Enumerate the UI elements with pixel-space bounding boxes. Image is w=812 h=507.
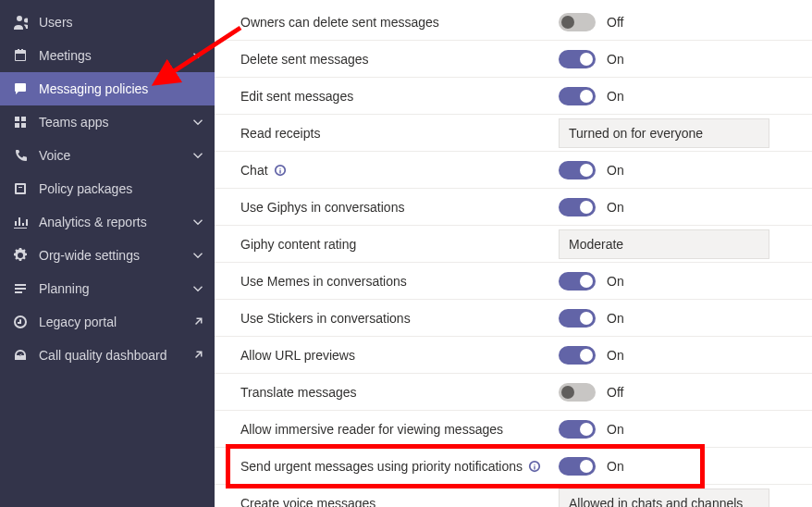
setting-label: Allow URL previews	[240, 348, 559, 363]
setting-control: On	[559, 50, 786, 68]
setting-row: Use Stickers in conversationsOn	[215, 300, 812, 337]
external-link-icon	[192, 316, 203, 328]
setting-label-text: Translate messages	[240, 385, 357, 400]
sidebar-item-label: Org-wide settings	[39, 248, 192, 263]
toggle-switch[interactable]	[559, 457, 596, 476]
toggle-state-text: On	[607, 163, 624, 178]
toggle-state-text: Off	[607, 15, 623, 30]
setting-label-text: Giphy content rating	[240, 237, 356, 252]
setting-label-text: Use Stickers in conversations	[240, 311, 411, 326]
toggle-state-text: Off	[607, 385, 623, 400]
sidebar-item-org-wide-settings[interactable]: Org-wide settings	[0, 239, 215, 272]
sidebar-item-legacy-portal[interactable]: Legacy portal	[0, 305, 215, 339]
setting-label: Giphy content rating	[240, 237, 559, 252]
setting-label-text: Chat	[240, 163, 268, 178]
toggle-switch[interactable]	[559, 309, 596, 328]
setting-label: Read receipts	[240, 126, 559, 141]
toggle-state-text: On	[607, 200, 624, 215]
toggle-switch[interactable]	[559, 50, 596, 68]
toggle-switch[interactable]	[559, 272, 596, 291]
select-value: Moderate	[569, 237, 623, 252]
setting-control: On	[559, 309, 786, 328]
calendar-icon	[13, 48, 28, 63]
sidebar-item-label: Teams apps	[39, 115, 192, 130]
sidebar-item-label: Users	[39, 15, 203, 30]
setting-label: Use Giphys in conversations	[240, 200, 559, 215]
sidebar-item-meetings[interactable]: Meetings	[0, 39, 215, 72]
chevron-down-icon	[192, 216, 203, 228]
setting-control: On	[559, 420, 786, 439]
setting-label: Create voice messages	[240, 496, 559, 508]
sidebar-item-analytics-reports[interactable]: Analytics & reports	[0, 205, 215, 239]
setting-row: Read receiptsTurned on for everyone	[215, 115, 812, 152]
setting-row: Allow immersive reader for viewing messa…	[215, 411, 812, 448]
setting-label: Chat	[240, 163, 559, 178]
setting-label-text: Read receipts	[240, 126, 320, 141]
setting-control: On	[559, 198, 786, 216]
toggle-switch[interactable]	[559, 346, 596, 365]
setting-control: Off	[559, 13, 786, 31]
sidebar-item-label: Analytics & reports	[39, 215, 192, 229]
sidebar-item-call-quality-dashboard[interactable]: Call quality dashboard	[0, 339, 215, 372]
setting-control: On	[559, 161, 786, 179]
setting-control: On	[559, 346, 786, 365]
sidebar-item-label: Legacy portal	[39, 315, 187, 329]
setting-label: Use Stickers in conversations	[240, 311, 559, 326]
info-icon	[274, 164, 287, 177]
setting-row: Create voice messagesAllowed in chats an…	[215, 485, 812, 507]
analytics-icon	[13, 215, 28, 229]
info-icon	[528, 460, 541, 473]
sidebar-item-messaging-policies[interactable]: Messaging policies	[0, 72, 215, 105]
setting-row: Allow URL previewsOn	[215, 337, 812, 374]
chat-icon	[13, 81, 28, 96]
setting-row: Translate messagesOff	[215, 374, 812, 411]
toggle-state-text: On	[607, 274, 624, 289]
toggle-state-text: On	[607, 348, 624, 363]
setting-label: Send urgent messages using priority noti…	[240, 459, 559, 474]
users-icon	[13, 15, 28, 30]
setting-label: Edit sent messages	[240, 89, 559, 104]
toggle-state-text: On	[607, 422, 624, 437]
setting-label-text: Allow immersive reader for viewing messa…	[240, 422, 503, 437]
sidebar-item-teams-apps[interactable]: Teams apps	[0, 105, 215, 139]
setting-label-text: Send urgent messages using priority noti…	[240, 459, 523, 474]
chevron-down-icon	[192, 283, 203, 294]
toggle-state-text: On	[607, 311, 624, 326]
setting-control: Moderate	[559, 229, 786, 259]
toggle-state-text: On	[607, 459, 624, 474]
toggle-state-text: On	[607, 89, 624, 104]
setting-row: Delete sent messagesOn	[215, 41, 812, 78]
sidebar-item-users[interactable]: Users	[0, 6, 215, 39]
setting-control: Off	[559, 383, 786, 402]
sidebar-item-policy-packages[interactable]: Policy packages	[0, 172, 215, 205]
setting-control: Allowed in chats and channels	[559, 488, 786, 508]
select-dropdown[interactable]: Allowed in chats and channels	[559, 488, 769, 508]
sidebar-item-voice[interactable]: Voice	[0, 139, 215, 172]
setting-control: On	[559, 457, 786, 476]
setting-label-text: Owners can delete sent messages	[240, 15, 439, 30]
toggle-switch[interactable]	[559, 161, 596, 179]
sidebar-item-label: Planning	[39, 281, 192, 296]
setting-label: Translate messages	[240, 385, 559, 400]
setting-row: Use Giphys in conversationsOn	[215, 189, 812, 226]
chevron-down-icon	[192, 50, 203, 61]
setting-label: Delete sent messages	[240, 52, 559, 67]
setting-row: Edit sent messagesOn	[215, 78, 812, 115]
sidebar-item-label: Policy packages	[39, 181, 203, 196]
select-dropdown[interactable]: Turned on for everyone	[559, 118, 769, 148]
sidebar-item-label: Call quality dashboard	[39, 348, 187, 363]
setting-row: ChatOn	[215, 152, 812, 189]
setting-label-text: Use Giphys in conversations	[240, 200, 404, 215]
toggle-switch[interactable]	[559, 87, 596, 105]
select-dropdown[interactable]: Moderate	[559, 229, 769, 259]
setting-label: Allow immersive reader for viewing messa…	[240, 422, 559, 437]
toggle-switch[interactable]	[559, 420, 596, 439]
setting-label-text: Delete sent messages	[240, 52, 369, 67]
toggle-switch[interactable]	[559, 383, 596, 402]
sidebar-item-label: Meetings	[39, 48, 192, 63]
legacy-icon	[13, 315, 28, 329]
setting-label-text: Allow URL previews	[240, 348, 355, 363]
sidebar-item-planning[interactable]: Planning	[0, 272, 215, 305]
toggle-switch[interactable]	[559, 198, 596, 216]
toggle-switch[interactable]	[559, 13, 596, 31]
